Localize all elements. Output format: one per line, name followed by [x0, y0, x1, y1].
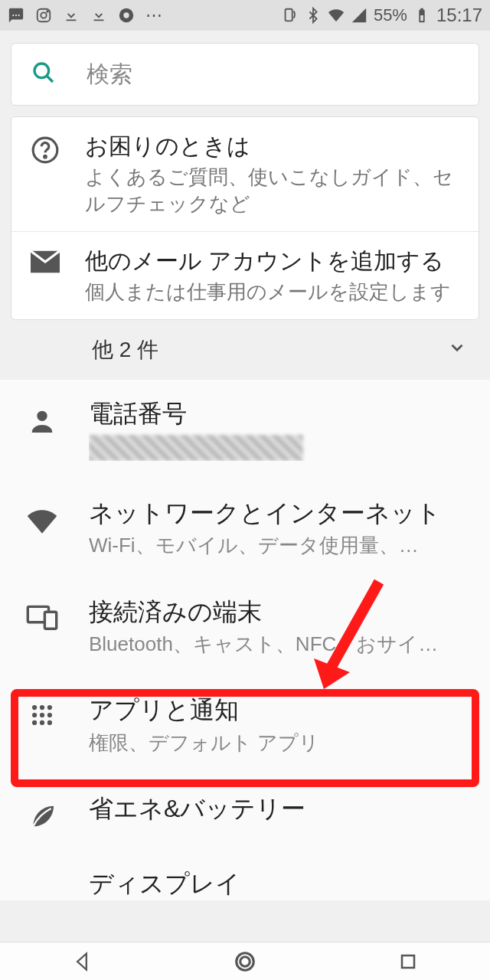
wifi-setting-icon — [20, 498, 64, 537]
display-icon — [20, 868, 64, 876]
status-left-icons: ⋯ — [8, 5, 162, 25]
battery-pct: 55% — [374, 5, 407, 25]
setting-sub: Bluetooth、キャスト、NFC、おサイ… — [89, 631, 475, 658]
instagram-icon — [35, 7, 52, 24]
suggestion-card: お困りのときは よくあるご質問、使いこなしガイド、セルフチェックなど 他のメール… — [11, 116, 479, 320]
android-navbar — [0, 942, 490, 980]
clock: 15:17 — [436, 5, 482, 26]
suggestion-title: お困りのときは — [85, 131, 463, 161]
suggestion-sub: よくあるご質問、使いこなしガイド、セルフチェックなど — [85, 164, 463, 217]
chrome-icon — [118, 7, 135, 24]
svg-point-4 — [123, 12, 129, 18]
suggestion-title: 他のメール アカウントを追加する — [85, 246, 463, 276]
wifi-icon — [328, 7, 345, 24]
svg-point-8 — [44, 155, 47, 158]
nfc-icon — [282, 7, 299, 24]
devices-icon — [20, 596, 64, 630]
bluetooth-icon — [305, 7, 322, 24]
suggestion-help[interactable]: お困りのときは よくあるご質問、使いこなしガイド、セルフチェックなど — [11, 117, 479, 231]
svg-point-6 — [34, 64, 49, 78]
setting-title: ディスプレイ — [89, 868, 475, 900]
setting-phone-number[interactable]: 電話番号 — [0, 380, 490, 479]
redacted-value — [89, 435, 303, 461]
svg-rect-5 — [285, 9, 292, 21]
search-placeholder: 検索 — [87, 59, 132, 90]
status-right-icons: 55% 15:17 — [282, 5, 482, 26]
download-icon-2 — [90, 7, 107, 24]
svg-point-21 — [47, 720, 52, 725]
back-button[interactable] — [67, 946, 97, 977]
svg-rect-12 — [44, 612, 56, 629]
setting-network[interactable]: ネットワークとインターネット Wi-Fi、モバイル、データ使用量、… — [0, 479, 490, 578]
settings-list: 電話番号 ネットワークとインターネット Wi-Fi、モバイル、データ使用量、… … — [0, 380, 490, 900]
svg-point-1 — [41, 12, 46, 18]
leaf-icon — [20, 793, 64, 831]
setting-apps-notifications[interactable]: アプリと通知 権限、デフォルト アプリ — [0, 676, 490, 775]
svg-point-17 — [40, 713, 44, 717]
mail-icon — [27, 246, 64, 273]
svg-point-2 — [47, 11, 48, 12]
setting-sub: 権限、デフォルト アプリ — [89, 730, 475, 756]
person-icon — [20, 398, 64, 436]
chevron-down-icon — [447, 338, 467, 363]
setting-title: 接続済みの端末 — [89, 596, 475, 629]
setting-connected-devices[interactable]: 接続済みの端末 Bluetooth、キャスト、NFC、おサイ… — [0, 578, 490, 677]
setting-display[interactable]: ディスプレイ — [0, 850, 490, 900]
search-icon — [31, 60, 56, 88]
svg-point-23 — [240, 956, 250, 966]
search-bar[interactable]: 検索 — [11, 43, 479, 106]
status-bar: ⋯ 55% 15:17 — [0, 0, 490, 31]
expand-label: 他 2 件 — [92, 335, 158, 364]
svg-point-19 — [32, 720, 37, 725]
setting-title: 省エネ&バッテリー — [89, 793, 475, 825]
setting-title: アプリと通知 — [89, 694, 475, 727]
suggestion-mail[interactable]: 他のメール アカウントを追加する 個人または仕事用のメールを設定します — [11, 231, 479, 319]
expand-suggestions[interactable]: 他 2 件 — [0, 320, 490, 380]
setting-title: ネットワークとインターネット — [89, 498, 475, 530]
svg-point-10 — [37, 411, 47, 421]
home-button[interactable] — [230, 946, 260, 977]
svg-rect-24 — [402, 956, 414, 968]
setting-title: 電話番号 — [89, 398, 475, 430]
signal-icon — [351, 7, 368, 24]
svg-point-20 — [40, 720, 44, 725]
svg-point-16 — [32, 713, 37, 717]
apps-icon — [20, 694, 64, 728]
svg-point-22 — [237, 952, 254, 970]
recents-button[interactable] — [393, 946, 423, 977]
download-icon — [63, 7, 80, 24]
help-icon — [27, 131, 64, 165]
settings-content: 検索 お困りのときは よくあるご質問、使いこなしガイド、セルフチェックなど 他の… — [0, 31, 490, 942]
svg-point-15 — [47, 705, 52, 710]
setting-sub: Wi-Fi、モバイル、データ使用量、… — [89, 532, 475, 559]
battery-icon — [413, 7, 430, 24]
svg-point-18 — [47, 713, 52, 717]
svg-point-14 — [40, 705, 44, 710]
svg-point-13 — [32, 705, 37, 710]
sms-icon — [8, 7, 24, 24]
more-icon: ⋯ — [145, 5, 162, 25]
suggestion-sub: 個人または仕事用のメールを設定します — [85, 279, 463, 305]
setting-battery[interactable]: 省エネ&バッテリー — [0, 775, 490, 850]
